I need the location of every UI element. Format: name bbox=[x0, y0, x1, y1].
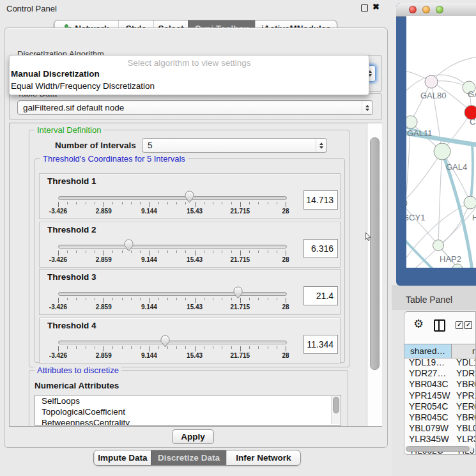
slider-tick bbox=[158, 346, 159, 349]
tab-impute-data[interactable]: Impute Data bbox=[94, 450, 151, 465]
slider-tick bbox=[195, 202, 196, 207]
slider-tick bbox=[95, 346, 95, 349]
table-hscrollbar[interactable] bbox=[406, 446, 473, 452]
table-row[interactable]: YER054C YER0 bbox=[404, 402, 476, 413]
threshold-value-input[interactable] bbox=[303, 239, 338, 258]
attribute-item[interactable]: BetweennessCentrality bbox=[35, 417, 341, 426]
table-row[interactable]: YBR043C YBR0 bbox=[404, 380, 476, 390]
slider-scale-label: 28 bbox=[282, 208, 289, 215]
column-header[interactable]: shared… bbox=[404, 344, 452, 358]
network-edge[interactable] bbox=[438, 151, 442, 245]
threshold-slider-track[interactable] bbox=[58, 341, 287, 344]
scrollbar-thumb[interactable] bbox=[370, 137, 380, 370]
node-partial-node[interactable] bbox=[452, 264, 463, 268]
close-traffic-light-icon[interactable] bbox=[409, 6, 417, 13]
close-icon[interactable]: ✖ bbox=[372, 2, 380, 12]
threshold-value-input[interactable] bbox=[303, 335, 338, 354]
threshold-row: Threshold 1 -3.4262.8599.14415.4321.7152… bbox=[39, 173, 341, 219]
slider-thumb[interactable] bbox=[185, 190, 194, 203]
network-edge[interactable] bbox=[431, 56, 476, 82]
slider-tick bbox=[249, 202, 250, 204]
slider-thumb[interactable] bbox=[124, 239, 134, 252]
slider-tick bbox=[277, 202, 277, 204]
threshold-row: Threshold 4 -3.4262.8599.14415.4321.7152… bbox=[39, 318, 341, 364]
slider-tick bbox=[140, 250, 141, 253]
table-row[interactable]: YBR045C YBR0 bbox=[404, 413, 476, 424]
list-scrollbar[interactable] bbox=[331, 396, 340, 424]
node-GAL4[interactable] bbox=[434, 143, 450, 160]
slider-tick bbox=[167, 298, 168, 300]
network-canvas[interactable]: GAL80GACGAL11GAL4GCY1HHAP2 bbox=[406, 16, 476, 268]
slider-tick bbox=[258, 250, 259, 253]
network-window-titlebar[interactable] bbox=[396, 3, 476, 17]
slider-tick bbox=[58, 346, 59, 351]
threshold-row: Threshold 2 -3.4262.8599.14415.4321.7152… bbox=[39, 222, 341, 268]
slider-thumb[interactable] bbox=[233, 286, 243, 299]
slider-thumb[interactable] bbox=[160, 335, 170, 348]
checkbox-icon[interactable]: ✓ bbox=[464, 321, 472, 329]
node-GCY1[interactable] bbox=[406, 197, 407, 209]
slider-ticks bbox=[58, 346, 286, 352]
attribute-item[interactable]: TopologicalCoefficient bbox=[35, 406, 341, 417]
slider-tick bbox=[58, 202, 59, 207]
slider-tick bbox=[158, 250, 159, 253]
tab-infer-network[interactable]: Infer Network bbox=[226, 450, 300, 465]
slider-tick bbox=[112, 202, 113, 204]
apply-button[interactable]: Apply bbox=[172, 429, 214, 444]
network-edge[interactable] bbox=[411, 82, 431, 122]
node-H[interactable] bbox=[464, 196, 476, 209]
slider-tick bbox=[258, 346, 259, 349]
slider-scale-label: -3.426 bbox=[49, 303, 67, 311]
threshold-value-input[interactable] bbox=[303, 190, 338, 210]
table-row[interactable]: YDL19… YDL1 bbox=[404, 358, 476, 369]
scrollbar-thumb[interactable] bbox=[406, 446, 470, 452]
node-GAL80[interactable] bbox=[425, 75, 438, 88]
slider-tick bbox=[131, 346, 132, 349]
threshold-slider-track[interactable] bbox=[58, 292, 287, 296]
table-data-select[interactable]: galFiltered.sif default node bbox=[17, 100, 373, 115]
slider-scale-label: 15.43 bbox=[187, 303, 203, 311]
gear-icon[interactable]: ⚙ bbox=[413, 317, 424, 331]
number-of-intervals-select[interactable]: 5 bbox=[142, 138, 327, 153]
network-edge[interactable] bbox=[406, 151, 442, 203]
table-row[interactable]: YLR345W YLR3 bbox=[404, 434, 476, 445]
slider-tick bbox=[158, 202, 159, 204]
network-edge[interactable] bbox=[470, 144, 473, 203]
dropdown-options: Manual DiscretizationEqual Width/Frequen… bbox=[10, 68, 369, 92]
network-view-window[interactable]: GAL80GACGAL11GAL4GCY1HHAP2 bbox=[396, 3, 476, 286]
minimize-traffic-light-icon[interactable] bbox=[422, 6, 430, 13]
threshold-slider-track[interactable] bbox=[58, 245, 287, 249]
column-header[interactable]: na bbox=[452, 344, 476, 358]
float-window-icon[interactable] bbox=[361, 4, 368, 12]
threshold-value-input[interactable] bbox=[303, 286, 338, 305]
node-HAP2[interactable] bbox=[433, 240, 444, 251]
slider-scale-labels: -3.4262.8599.14415.4321.71528 bbox=[58, 256, 286, 264]
dropdown-option[interactable]: Equal Width/Frequency Discretization bbox=[10, 80, 369, 92]
slider-tick bbox=[240, 346, 241, 351]
threshold-slider-track[interactable] bbox=[58, 196, 287, 200]
table-header: shared… na bbox=[404, 344, 476, 358]
table-data-group: Table Data galFiltered.sif default node bbox=[9, 93, 382, 120]
slider-scale-label: 28 bbox=[282, 303, 289, 311]
split-columns-icon[interactable] bbox=[434, 319, 445, 332]
checkbox-icon[interactable]: ✓ bbox=[456, 321, 463, 329]
main-scrollbar[interactable] bbox=[367, 123, 382, 426]
threshold-label: Threshold 4 bbox=[47, 321, 96, 330]
table-row[interactable]: YBL079W YBL0 bbox=[404, 424, 476, 434]
slider-tick bbox=[86, 250, 86, 253]
numerical-attributes-list[interactable]: SelfLoopsTopologicalCoefficientBetweenne… bbox=[35, 395, 341, 426]
node-GAL11[interactable] bbox=[406, 116, 417, 128]
zoom-traffic-light-icon[interactable] bbox=[436, 6, 443, 13]
slider-tick bbox=[104, 298, 104, 303]
table-row[interactable]: YDR27… YDR2 bbox=[404, 369, 476, 380]
tab-discretize-data[interactable]: Discretize Data bbox=[151, 450, 226, 465]
network-edge[interactable] bbox=[406, 122, 411, 241]
slider-tick bbox=[58, 250, 59, 256]
node-label: HAP2 bbox=[440, 254, 461, 264]
scrollbar-thumb[interactable] bbox=[333, 397, 339, 413]
node-label: C bbox=[470, 117, 475, 127]
table-row[interactable]: YPR145W YPR1 bbox=[404, 391, 476, 402]
attribute-item[interactable]: SelfLoops bbox=[35, 395, 341, 406]
dropdown-option[interactable]: Manual Discretization bbox=[10, 68, 369, 80]
slider-tick bbox=[167, 250, 168, 253]
